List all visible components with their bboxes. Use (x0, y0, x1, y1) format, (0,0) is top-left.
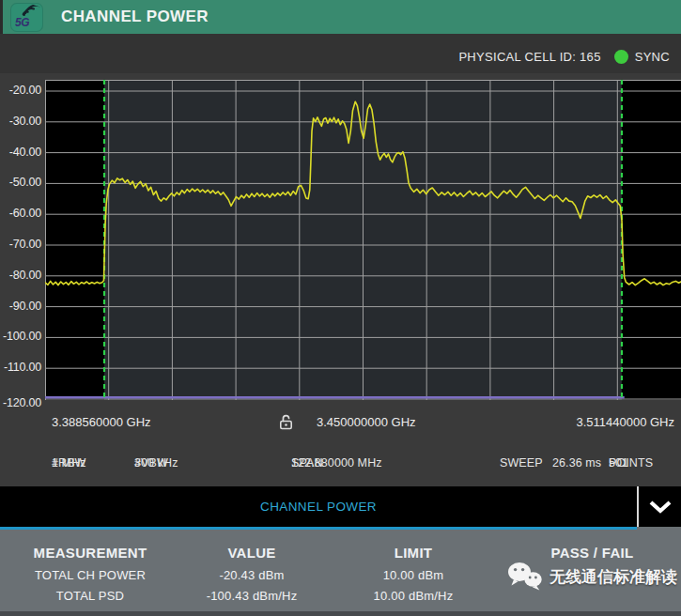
measurement-tab-bar: CHANNEL POWER (0, 486, 681, 530)
y-axis-tick-label: -40.00 (0, 145, 41, 160)
start-frequency-label: 3.388560000 GHz (52, 415, 151, 429)
wechat-icon (507, 561, 543, 593)
y-axis-tick-label: -50.00 (0, 175, 41, 190)
table-header-measurement: MEASUREMENT (0, 541, 180, 565)
cell-measurement-1: TOTAL CH POWER (0, 565, 180, 586)
spectrum-chart-section: -20.00-30.00-40.00-50.00-60.00-70.00-80.… (0, 73, 681, 486)
sync-indicator: SYNC (614, 50, 670, 64)
y-axis-tick-label: -90.00 (0, 299, 41, 314)
screen-edge (0, 0, 3, 34)
cell-limit-1: 10.00 dBm (323, 565, 503, 586)
y-axis-tick-label: -20.00 (0, 83, 41, 98)
watermark-text: 无线通信标准解读 (549, 566, 677, 588)
cell-value-1: -20.43 dBm (180, 565, 323, 586)
table-header-value: VALUE (180, 541, 323, 565)
y-axis-tick-label: -70.00 (0, 237, 41, 252)
y-axis-tick-label: -120.00 (0, 395, 41, 410)
stop-frequency-label: 3.511440000 GHz (576, 415, 674, 429)
lock-icon[interactable] (278, 413, 295, 432)
frequency-readout-row: 3.388560000 GHz 3.450000000 GHz 3.511440… (0, 415, 681, 434)
cell-measurement-2: TOTAL PSD (0, 586, 180, 607)
cell-value-2: -100.43 dBm/Hz (180, 586, 323, 607)
sweep-label: SWEEP (500, 456, 543, 470)
spectrum-plot[interactable] (45, 80, 681, 400)
y-axis-tick-label: -60.00 (0, 206, 41, 221)
cell-limit-2: 10.00 dBm/Hz (323, 586, 503, 607)
title-bar: 5G CHANNEL POWER (0, 0, 681, 34)
expand-menu-button[interactable] (637, 486, 681, 527)
y-axis-tick-label: -110.00 (0, 360, 41, 375)
watermark: 无线通信标准解读 (507, 561, 677, 593)
center-frequency-label: 3.450000000 GHz (317, 415, 416, 429)
sync-dot-icon (614, 50, 628, 64)
spectrum-trace-svg (45, 80, 681, 400)
status-bar: PHYSICAL CELL ID: 165 SYNC (0, 34, 681, 73)
settings-readout-row: #RBW1 MHz #VBW300 kHz SPAN122.880000 MHz… (0, 456, 681, 473)
sync-label: SYNC (635, 50, 670, 64)
tab-channel-power[interactable]: CHANNEL POWER (0, 486, 637, 530)
bottom-strip (0, 611, 681, 616)
page-title: CHANNEL POWER (61, 8, 209, 26)
table-header-limit: LIMIT (323, 541, 503, 565)
tab-channel-power-label: CHANNEL POWER (260, 500, 377, 514)
chevron-down-icon (648, 500, 673, 515)
y-axis-tick-label: -80.00 (0, 268, 41, 283)
y-axis-tick-label: -100.00 (0, 329, 41, 344)
5g-logo: 5G (10, 3, 43, 32)
physical-cell-id-label: PHYSICAL CELL ID: 165 (458, 50, 600, 64)
y-axis-tick-label: -30.00 (0, 114, 41, 129)
sweep-value: 26.36 ms (552, 456, 601, 470)
